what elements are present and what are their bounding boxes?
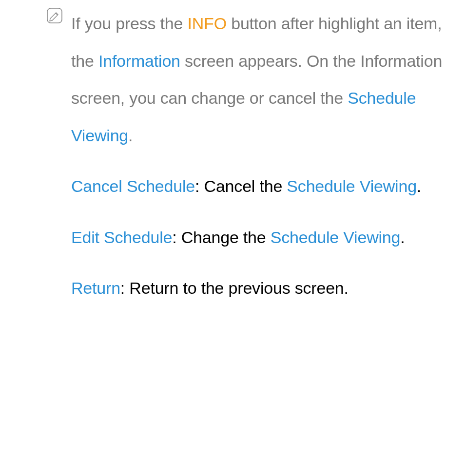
- note-icon: [46, 7, 63, 24]
- info-button-label: INFO: [188, 14, 227, 33]
- return-term: Return: [71, 279, 120, 297]
- return-paragraph: Return: Return to the previous screen.: [71, 269, 450, 307]
- information-term: Information: [98, 52, 180, 70]
- edit-schedule-paragraph: Edit Schedule: Change the Schedule Viewi…: [71, 219, 450, 256]
- cancel-schedule-term: Cancel Schedule: [71, 177, 195, 195]
- edit-schedule-term: Edit Schedule: [71, 228, 172, 247]
- text: : Return to the previous screen.: [120, 279, 349, 297]
- text: .: [417, 177, 421, 195]
- cancel-schedule-paragraph: Cancel Schedule: Cancel the Schedule Vie…: [71, 168, 450, 205]
- text: .: [400, 228, 405, 247]
- schedule-viewing-term: Schedule Viewing: [287, 177, 416, 195]
- text: If you press the: [71, 14, 188, 33]
- document-body: If you press the INFO button after highl…: [71, 5, 450, 307]
- note-paragraph: If you press the INFO button after highl…: [71, 5, 450, 154]
- text: : Change the: [172, 228, 271, 247]
- schedule-viewing-term: Schedule Viewing: [271, 228, 400, 247]
- text: : Cancel the: [195, 177, 287, 195]
- text: .: [128, 126, 133, 145]
